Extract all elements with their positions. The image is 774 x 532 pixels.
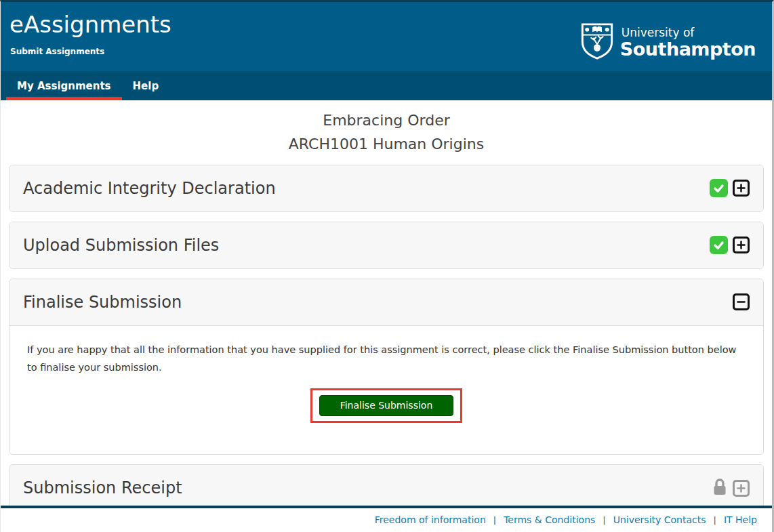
section-title: Finalise Submission bbox=[23, 292, 182, 312]
section-header-icons bbox=[712, 478, 750, 499]
nav-item-help[interactable]: Help bbox=[122, 71, 170, 100]
section-header-icons bbox=[733, 293, 750, 310]
footer-link-it-help[interactable]: IT Help bbox=[724, 514, 757, 525]
section-finalise-submission: Finalise Submission If you are happy tha… bbox=[9, 279, 764, 455]
page: eAssignments Submit Assignments Universi… bbox=[0, 0, 774, 532]
module-title: ARCH1001 Human Origins bbox=[1, 132, 772, 157]
section-finalise-submission-header[interactable]: Finalise Submission bbox=[9, 279, 763, 326]
page-title: Embracing Order ARCH1001 Human Origins bbox=[1, 109, 772, 157]
expand-plus-icon-disabled bbox=[733, 480, 750, 497]
university-logo-text: University of Southampton bbox=[620, 27, 756, 58]
section-title: Upload Submission Files bbox=[23, 235, 219, 255]
finalise-button-row: Finalise Submission bbox=[27, 388, 746, 423]
university-logo[interactable]: University of Southampton bbox=[579, 14, 756, 71]
complete-check-icon bbox=[710, 236, 728, 254]
university-shield-icon bbox=[579, 22, 615, 64]
footer-link-freedom-of-information[interactable]: Freedom of information bbox=[375, 514, 486, 525]
finalise-submission-body: If you are happy that all the informatio… bbox=[9, 326, 763, 454]
section-upload-files: Upload Submission Files bbox=[9, 222, 764, 269]
footer-link-university-contacts[interactable]: University Contacts bbox=[613, 514, 706, 525]
finalise-instructions-text: If you are happy that all the informatio… bbox=[27, 341, 746, 376]
section-header-icons bbox=[710, 236, 750, 254]
expand-plus-icon[interactable] bbox=[733, 237, 750, 253]
main-content: Embracing Order ARCH1001 Human Origins A… bbox=[1, 100, 772, 506]
footer-separator: | bbox=[603, 515, 605, 525]
complete-check-icon bbox=[710, 179, 728, 197]
footer-link-terms-conditions[interactable]: Terms & Conditions bbox=[504, 514, 595, 525]
lock-icon bbox=[712, 478, 728, 499]
red-highlight-box: Finalise Submission bbox=[310, 388, 463, 423]
main-nav: My Assignments Help bbox=[1, 71, 772, 100]
section-upload-files-header[interactable]: Upload Submission Files bbox=[9, 222, 763, 268]
finalise-submission-button[interactable]: Finalise Submission bbox=[319, 395, 454, 416]
footer-separator: | bbox=[493, 515, 496, 525]
section-submission-receipt-header[interactable]: Submission Receipt bbox=[9, 465, 763, 512]
logo-line1: University of bbox=[622, 27, 756, 39]
app-title: eAssignments bbox=[9, 9, 171, 40]
page-footer: Freedom of information | Terms & Conditi… bbox=[1, 506, 772, 532]
assignment-title: Embracing Order bbox=[1, 109, 772, 132]
footer-separator: | bbox=[714, 515, 716, 525]
logo-line2: Southampton bbox=[620, 40, 756, 58]
section-academic-integrity-header[interactable]: Academic Integrity Declaration bbox=[9, 165, 763, 211]
section-academic-integrity: Academic Integrity Declaration bbox=[9, 165, 764, 212]
section-title: Academic Integrity Declaration bbox=[23, 178, 276, 199]
app-header: eAssignments Submit Assignments Universi… bbox=[1, 2, 772, 71]
section-title: Submission Receipt bbox=[23, 478, 182, 498]
nav-item-my-assignments[interactable]: My Assignments bbox=[6, 71, 122, 100]
app-subtitle: Submit Assignments bbox=[10, 47, 104, 56]
expand-plus-icon[interactable] bbox=[733, 180, 750, 197]
collapse-minus-icon[interactable] bbox=[733, 293, 750, 310]
section-header-icons bbox=[710, 179, 750, 197]
